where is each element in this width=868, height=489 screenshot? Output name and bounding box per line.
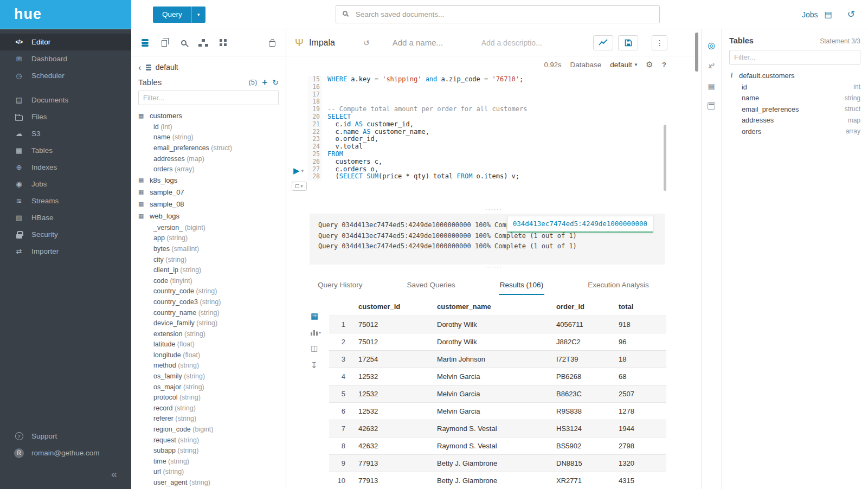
bucket-icon[interactable] [267,38,277,48]
hdfs-icon[interactable] [198,38,208,48]
tables-filter-input[interactable] [138,91,279,105]
history-icon[interactable]: ↺ [847,9,855,20]
tab-execution-analysis[interactable]: Execution Analysis [587,276,650,295]
chart-button[interactable] [593,35,613,50]
sidebar-item-scheduler[interactable]: ◷Scheduler [0,67,131,84]
query-name-input[interactable] [393,38,474,47]
column-item[interactable]: app (string) [138,233,279,244]
search-input[interactable] [336,5,660,23]
column-item[interactable]: city (string) [138,254,279,265]
column-item[interactable]: addressesmap [729,115,860,126]
column-item[interactable]: name (string) [138,132,279,143]
sidebar-item-files[interactable]: Files [0,108,131,125]
column-item[interactable]: client_ip (string) [138,265,279,275]
table-item[interactable]: ▦sample_08 [138,198,279,210]
resize-handle-top[interactable]: ······ [286,207,701,214]
column-item[interactable]: url (string) [138,467,279,478]
sidebar-item-streams[interactable]: ≋Streams [0,192,131,209]
resize-handle-bottom[interactable]: ······ [286,265,701,271]
sidebar-item-security[interactable]: Security [0,226,131,243]
query-dropdown-button[interactable]: ▾ [191,7,205,23]
column-item[interactable]: country_code3 (string) [138,297,279,307]
query-button[interactable]: Query [153,7,191,23]
column-item[interactable]: user_agent (string) [138,477,279,488]
sidebar-item-support[interactable]: ? Support [0,428,131,445]
column-item[interactable]: record (string) [138,403,279,414]
column-item[interactable]: id (int) [138,121,279,132]
column-item[interactable]: request (string) [138,435,279,446]
statement-selector[interactable]: ▾ [292,182,307,191]
table-item[interactable]: ▦customers [138,110,279,121]
back-icon[interactable]: ‹ [138,63,142,72]
download-icon[interactable]: ↧ [311,361,329,370]
query-description-input[interactable] [481,38,555,47]
column-item[interactable]: email_preferencesstruct [729,104,860,115]
collapse-sidebar-icon[interactable]: « [111,468,117,480]
assistant-icon[interactable]: ◎ [708,40,715,50]
code-editor[interactable]: 1516171819202122232425262728 WHERE a.key… [286,73,701,207]
column-item[interactable]: _version_ (bigint) [138,222,279,233]
more-actions-button[interactable]: ⋮ [652,35,667,50]
editor-scrollbar[interactable] [664,125,666,191]
column-item[interactable]: device_family (string) [138,318,279,329]
sidebar-item-s3[interactable]: ☁S3 [0,125,131,142]
sidebar-item-user[interactable]: R romain@gethue.com [0,445,131,461]
chart-view-icon[interactable]: ▾ [311,329,329,336]
column-item[interactable]: country_name (string) [138,307,279,318]
help-icon[interactable]: ? [662,61,666,69]
active-table[interactable]: i default.customers [729,72,860,80]
sidebar-item-hbase[interactable]: ▥HBase [0,209,131,226]
refresh-icon[interactable]: ↻ [272,78,279,87]
column-item[interactable]: protocol (string) [138,392,279,403]
column-item[interactable]: os_family (string) [138,371,279,382]
column-header[interactable]: customer_name [434,298,553,316]
table-item[interactable]: ▦sample_07 [138,186,279,198]
column-header[interactable]: order_id [553,298,615,316]
breadcrumb-database[interactable]: default [156,63,178,72]
column-item[interactable]: ordersarray [729,126,860,137]
save-button[interactable] [618,35,638,50]
column-item[interactable]: addresses (map) [138,153,279,164]
settings-gear-icon[interactable]: ⚙ [646,60,653,69]
column-item[interactable]: bytes (smallint) [138,243,279,254]
sidebar-item-tables[interactable]: ▦Tables [0,142,131,159]
column-item[interactable]: orders (array) [138,164,279,175]
column-item[interactable]: time (string) [138,456,279,467]
sidebar-item-documents[interactable]: ▤Documents [0,92,131,108]
jobs-link[interactable]: Jobs [802,10,818,19]
refresh-snippet-icon[interactable]: ↺ [363,38,370,47]
apps-icon[interactable] [218,38,228,48]
execute-options-icon[interactable]: ▾ [301,168,304,173]
jobs-list-icon[interactable]: ▤ [825,10,832,20]
database-select[interactable]: default ▾ [610,61,637,69]
tab-query-history[interactable]: Query History [317,276,364,295]
column-item[interactable]: country_code (string) [138,286,279,297]
columns-view-icon[interactable]: ◫ [311,344,329,352]
table-item[interactable]: ▦k8s_logs [138,175,279,186]
column-header[interactable]: customer_id [355,298,434,316]
calendar-icon[interactable] [708,102,715,110]
sidebar-item-indexes[interactable]: ⊕Indexes [0,159,131,176]
grid-view-icon[interactable]: ▦ [311,311,329,321]
editor-code[interactable]: WHERE a.key = 'shipping' and a.zip_code … [322,76,527,181]
search-assist-icon[interactable] [179,38,189,48]
column-item[interactable]: latitude (float) [138,339,279,350]
hue-logo[interactable]: hue [14,6,42,23]
right-filter-input[interactable] [729,50,860,65]
execute-button[interactable]: ▶ [293,166,300,176]
sidebar-item-editor[interactable]: </>Editor [0,34,131,50]
sidebar-item-importer[interactable]: ⇄Importer [0,243,131,260]
column-item[interactable]: region_code (bigint) [138,424,279,435]
add-table-icon[interactable]: + [262,78,267,87]
column-item[interactable]: os_major (string) [138,382,279,393]
table-item[interactable]: ▦web_logs [138,210,279,222]
column-item[interactable]: idint [729,81,860,93]
language-docs-icon[interactable]: ▤ [708,82,715,91]
documents-assist-icon[interactable] [159,38,169,48]
tab-results-106-[interactable]: Results (106) [499,276,544,295]
query-id-popover[interactable]: 034d413ec7474ed5:4249de1000000000 [507,216,653,233]
sidebar-item-jobs[interactable]: ◉Jobs [0,176,131,192]
column-item[interactable]: extension (string) [138,329,279,339]
column-header[interactable]: total [615,298,666,316]
column-item[interactable]: longitude (float) [138,350,279,361]
